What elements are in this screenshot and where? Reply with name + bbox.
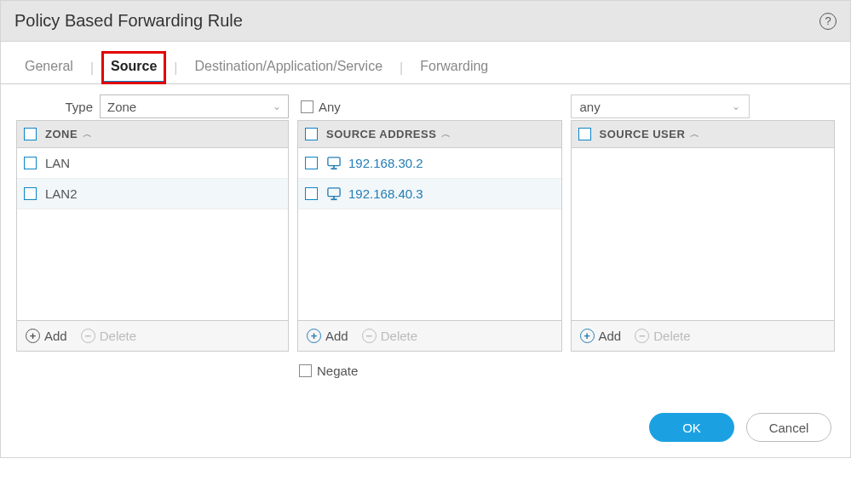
type-label: Type [16,100,93,114]
panels-row: Type Zone ⌄ ZONE ︿ [16,93,835,382]
chevron-down-icon: ⌄ [273,100,281,112]
zone-add-button[interactable]: + Add [26,329,67,343]
user-column-header[interactable]: SOURCE USER ︿ [600,128,700,140]
zone-select-all-checkbox[interactable] [24,128,37,140]
any-label: Any [319,100,341,114]
zone-panel: Type Zone ⌄ ZONE ︿ [16,93,289,382]
row-checkbox[interactable] [24,157,37,169]
table-row[interactable]: LAN2 [17,179,288,209]
address-value: 192.168.40.3 [348,186,423,201]
row-checkbox[interactable] [305,157,318,169]
user-dropdown[interactable]: any ⌄ [571,94,750,118]
table-row[interactable]: LAN [17,148,288,179]
svg-rect-0 [328,157,340,165]
user-select-all-checkbox[interactable] [578,128,591,140]
dialog-title: Policy Based Forwarding Rule [14,11,243,31]
source-user-panel: any ⌄ SOURCE USER ︿ + [571,93,836,382]
sort-asc-icon: ︿ [441,128,451,140]
address-value: 192.168.30.2 [348,156,423,170]
any-checkbox[interactable] [301,100,313,113]
user-add-button[interactable]: + Add [580,329,622,343]
tab-general[interactable]: General [16,52,82,83]
row-checkbox[interactable] [305,187,318,200]
negate-label: Negate [317,364,358,378]
type-row: Type Zone ⌄ [16,93,289,120]
user-top-row: any ⌄ [571,93,836,120]
minus-icon: − [362,329,377,343]
cancel-button[interactable]: Cancel [746,413,831,442]
tab-separator: | [398,60,405,76]
tab-separator: | [89,60,95,76]
tab-forwarding[interactable]: Forwarding [411,52,497,83]
plus-icon: + [580,329,595,343]
svg-rect-2 [333,165,335,168]
address-table-body: 192.168.30.2 192.168.40.3 [298,148,561,320]
ok-button[interactable]: OK [649,413,734,442]
source-address-table: SOURCE ADDRESS ︿ 192.168.30.2 [297,120,562,352]
user-table-body [572,148,835,320]
type-dropdown[interactable]: Zone ⌄ [100,94,289,118]
user-table-header: SOURCE USER ︿ [572,121,835,148]
table-row[interactable]: 192.168.30.2 [298,148,561,179]
plus-icon: + [26,329,40,343]
address-delete-button[interactable]: − Delete [362,329,417,343]
table-row[interactable]: 192.168.40.3 [298,179,561,209]
tabs: General | Source | Destination/Applicati… [1,42,850,84]
minus-icon: − [635,329,649,343]
chevron-down-icon: ⌄ [732,100,740,112]
plus-icon: + [307,329,321,343]
zone-name: LAN [45,156,70,170]
sort-asc-icon: ︿ [83,128,93,140]
address-add-button[interactable]: + Add [307,329,348,343]
svg-rect-3 [328,187,340,196]
zone-column-header[interactable]: ZONE ︿ [45,128,93,140]
user-delete-button[interactable]: − Delete [635,329,690,343]
svg-rect-4 [331,198,336,200]
any-row: Any [297,93,562,120]
address-table-header: SOURCE ADDRESS ︿ [298,121,561,148]
negate-checkbox[interactable] [299,364,312,377]
zone-table-header: ZONE ︿ [17,121,288,148]
address-table-footer: + Add − Delete [298,320,561,351]
address-column-header[interactable]: SOURCE ADDRESS ︿ [326,128,451,140]
svg-rect-1 [331,168,336,169]
zone-table: ZONE ︿ LAN LAN2 [16,120,289,352]
host-icon [326,157,342,170]
row-checkbox[interactable] [24,187,37,200]
source-user-table: SOURCE USER ︿ + Add − Delete [571,120,836,352]
pbf-rule-dialog: Policy Based Forwarding Rule ? General |… [0,0,851,458]
titlebar: Policy Based Forwarding Rule ? [1,1,850,42]
dialog-footer: OK Cancel [1,398,850,457]
zone-table-footer: + Add − Delete [17,320,288,351]
source-address-panel: Any SOURCE ADDRESS ︿ [297,93,562,382]
svg-rect-5 [333,196,335,198]
negate-row: Negate [297,358,562,382]
tab-destination[interactable]: Destination/Application/Service [186,52,391,83]
zone-delete-button[interactable]: − Delete [81,329,136,343]
zone-table-body: LAN LAN2 [17,148,288,320]
address-select-all-checkbox[interactable] [305,128,318,140]
user-table-footer: + Add − Delete [572,320,835,351]
type-value: Zone [107,100,136,114]
user-selected: any [580,100,601,114]
content-area: Type Zone ⌄ ZONE ︿ [1,84,850,398]
sort-asc-icon: ︿ [690,128,700,140]
tab-source[interactable]: Source [102,52,165,83]
minus-icon: − [81,329,95,343]
tab-separator: | [172,60,179,76]
help-icon[interactable]: ? [819,13,837,30]
host-icon [326,187,342,201]
zone-name: LAN2 [45,186,78,201]
